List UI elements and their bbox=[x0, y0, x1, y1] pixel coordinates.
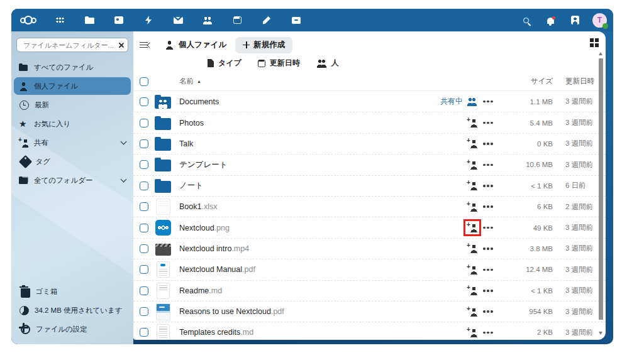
actions-menu-icon[interactable] bbox=[483, 122, 486, 124]
table-row[interactable]: Photos 5.4 MB 3 週間前 bbox=[133, 112, 606, 133]
table-row[interactable]: Readme.md < 1 KB 3 週間前 bbox=[133, 280, 606, 301]
row-checkbox[interactable] bbox=[140, 119, 148, 128]
actions-menu-icon[interactable] bbox=[483, 143, 486, 145]
app-files-button[interactable] bbox=[82, 13, 96, 27]
app-calendar-button[interactable] bbox=[230, 13, 244, 27]
sidebar-item-all-files[interactable]: すべてのファイル bbox=[14, 58, 131, 76]
share-icon[interactable] bbox=[467, 223, 477, 232]
actions-menu-icon[interactable] bbox=[483, 310, 486, 313]
actions-menu-icon[interactable] bbox=[483, 185, 486, 187]
row-checkbox[interactable] bbox=[140, 139, 148, 148]
share-icon[interactable] bbox=[467, 244, 477, 253]
file-name[interactable]: Talk bbox=[179, 139, 408, 148]
filter-chip-modified[interactable]: 更新日時 bbox=[258, 58, 300, 68]
share-icon[interactable] bbox=[467, 202, 477, 212]
file-name[interactable]: Nextcloud intro.mp4 bbox=[179, 244, 408, 253]
clear-filter-icon[interactable] bbox=[118, 42, 124, 48]
file-name[interactable]: Readme.md bbox=[179, 286, 408, 295]
table-row[interactable]: Book1.xlsx 6 KB 2 週間前 bbox=[133, 196, 606, 217]
share-icon[interactable] bbox=[467, 265, 477, 274]
actions-menu-icon[interactable] bbox=[483, 332, 486, 334]
actions-menu-icon[interactable] bbox=[483, 290, 486, 292]
notifications-button[interactable] bbox=[543, 13, 557, 27]
share-icon[interactable] bbox=[467, 286, 477, 295]
grid-view-toggle[interactable] bbox=[590, 38, 594, 42]
sidebar-item-tags[interactable]: タグ bbox=[14, 153, 131, 170]
file-name[interactable]: Nextcloud Manual.pdf bbox=[179, 265, 408, 274]
table-row[interactable]: ノート < 1 KB 6 日前 bbox=[133, 175, 606, 196]
breadcrumb[interactable]: 個人ファイル bbox=[165, 40, 226, 50]
row-checkbox[interactable] bbox=[140, 97, 148, 106]
actions-menu-icon[interactable] bbox=[483, 269, 486, 271]
app-photos-button[interactable] bbox=[112, 13, 126, 27]
new-button[interactable]: 新規作成 bbox=[235, 37, 292, 53]
scrollbar-thumb[interactable] bbox=[599, 58, 603, 320]
app-notes-button[interactable] bbox=[260, 13, 274, 27]
table-row[interactable]: Nextcloud Manual.pdf 12.4 MB 3 週間前 bbox=[133, 259, 606, 280]
file-name[interactable]: ノート bbox=[179, 180, 408, 191]
scroll-down-arrow[interactable] bbox=[599, 332, 602, 335]
column-name[interactable]: 名前 ▲ bbox=[179, 77, 201, 86]
sidebar-item-shares[interactable]: 共有 bbox=[14, 134, 131, 151]
actions-menu-icon[interactable] bbox=[483, 247, 486, 250]
row-checkbox[interactable] bbox=[140, 265, 148, 274]
sidebar-item-favorites[interactable]: お気に入り bbox=[14, 115, 131, 133]
app-contacts-button[interactable] bbox=[201, 13, 214, 27]
chevron-down-icon[interactable] bbox=[121, 176, 127, 183]
row-checkbox[interactable] bbox=[140, 307, 148, 316]
sidebar-item-all-folders[interactable]: 全てのフォルダー bbox=[14, 171, 131, 189]
contacts-menu-button[interactable] bbox=[568, 13, 582, 27]
share-icon[interactable] bbox=[467, 118, 477, 128]
column-modified[interactable]: 更新日時 bbox=[553, 77, 598, 86]
share-icon[interactable] bbox=[467, 328, 477, 337]
share-icon[interactable] bbox=[467, 181, 477, 190]
actions-menu-icon[interactable] bbox=[483, 227, 486, 229]
row-checkbox[interactable] bbox=[140, 244, 148, 253]
avatar[interactable]: T bbox=[592, 13, 607, 28]
table-row[interactable]: Reasons to use Nextcloud.pdf 954 KB 3 週間… bbox=[133, 301, 606, 322]
row-checkbox[interactable] bbox=[140, 182, 148, 190]
filename-filter-input[interactable] bbox=[22, 41, 118, 50]
shared-status-label[interactable]: 共有中 bbox=[440, 96, 477, 107]
sidebar-item-recent[interactable]: 最新 bbox=[14, 96, 131, 114]
app-mail-button[interactable] bbox=[171, 13, 185, 27]
sidebar-item-personal-files[interactable]: 個人ファイル bbox=[14, 77, 131, 95]
scroll-up-arrow[interactable] bbox=[599, 52, 602, 55]
table-row[interactable]: Documents 共有中 1.1 MB 3 週間前 bbox=[133, 91, 606, 112]
table-row[interactable]: Nextcloud intro.mp4 3.8 MB 3 週間前 bbox=[133, 238, 606, 259]
select-all-checkbox[interactable] bbox=[140, 77, 148, 86]
file-name[interactable]: Nextcloud.png bbox=[179, 224, 408, 232]
chevron-down-icon[interactable] bbox=[121, 139, 127, 145]
file-name[interactable]: Templates credits.md bbox=[179, 328, 408, 337]
file-name[interactable]: Photos bbox=[179, 119, 408, 128]
file-name[interactable]: Documents bbox=[179, 97, 408, 106]
share-icon[interactable] bbox=[467, 139, 477, 148]
actions-menu-icon[interactable] bbox=[483, 205, 486, 208]
file-name[interactable]: Reasons to use Nextcloud.pdf bbox=[179, 307, 408, 316]
table-row[interactable]: テンプレート 10.6 MB 3 週間前 bbox=[133, 154, 606, 175]
sidebar-item-trash[interactable]: ゴミ箱 bbox=[14, 283, 131, 300]
file-name[interactable]: Book1.xlsx bbox=[179, 202, 408, 211]
table-row[interactable]: Templates credits.md 2 KB 3 週間前 bbox=[133, 322, 606, 340]
actions-menu-icon[interactable] bbox=[483, 164, 486, 166]
row-checkbox[interactable] bbox=[140, 286, 148, 295]
app-dashboard-button[interactable] bbox=[53, 13, 67, 27]
filter-chip-type[interactable]: タイプ bbox=[208, 58, 242, 68]
app-activity-button[interactable] bbox=[142, 13, 155, 27]
row-checkbox[interactable] bbox=[140, 160, 148, 169]
file-name[interactable]: テンプレート bbox=[179, 160, 408, 170]
table-row[interactable]: Talk 0 KB 3 週間前 bbox=[133, 133, 606, 154]
toggle-navigation-icon[interactable] bbox=[140, 41, 148, 49]
app-deck-button[interactable] bbox=[289, 13, 303, 27]
actions-menu-icon[interactable] bbox=[483, 100, 486, 103]
nextcloud-logo[interactable] bbox=[20, 16, 36, 24]
sidebar-item-quota[interactable]: 34.2 MB 使用されています bbox=[14, 301, 131, 319]
share-icon[interactable] bbox=[467, 307, 477, 317]
row-checkbox[interactable] bbox=[140, 328, 148, 337]
row-checkbox[interactable] bbox=[140, 202, 148, 211]
table-row[interactable]: Nextcloud.png 49 KB 3 週間前 bbox=[133, 217, 606, 237]
row-checkbox[interactable] bbox=[140, 224, 148, 232]
column-size[interactable]: サイズ bbox=[499, 77, 553, 86]
filter-chip-people[interactable]: 人 bbox=[316, 58, 339, 68]
sidebar-item-settings[interactable]: ファイルの設定 bbox=[14, 320, 131, 338]
